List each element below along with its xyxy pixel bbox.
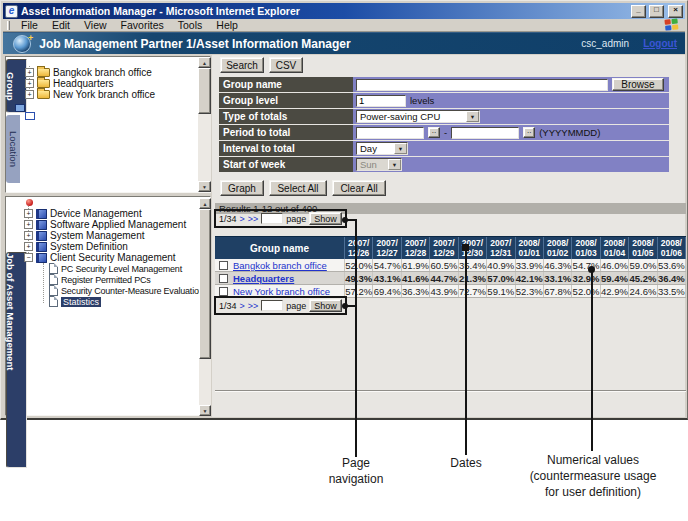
menu-grip[interactable]	[7, 21, 10, 30]
page-number-input[interactable]	[261, 213, 283, 224]
minimize-button[interactable]: _	[631, 5, 646, 18]
menu-file[interactable]: File	[14, 19, 45, 31]
period-end-input[interactable]	[451, 127, 519, 139]
group-link[interactable]: Headquarters	[233, 273, 294, 284]
expand-plus-icon[interactable]: +	[25, 79, 34, 88]
row-checkbox[interactable]	[219, 287, 228, 296]
date-picker-start-button[interactable]: ..	[428, 127, 440, 138]
scrollbar-thumb[interactable]	[199, 209, 211, 359]
flag-blue	[665, 25, 671, 31]
expand-plus-icon[interactable]: +	[24, 231, 33, 240]
tree-item-label[interactable]: New York branch office	[53, 89, 155, 100]
select-all-button[interactable]: Select All	[269, 180, 327, 196]
browse-button[interactable]: Browse	[612, 78, 664, 91]
show-button[interactable]: Show	[309, 212, 342, 225]
value-cell: 42.1%	[516, 272, 544, 284]
group-link[interactable]: New York branch office	[233, 286, 330, 297]
period-start-input[interactable]	[356, 127, 424, 139]
tree-item-label[interactable]: Security Counter-Measure Evaluation	[61, 286, 204, 296]
tree-item-client-security-management[interactable]: − Client Security Management	[24, 252, 176, 263]
tree-item-system-management[interactable]: + System Management	[24, 230, 145, 241]
tree-item-label[interactable]: Client Security Management	[50, 252, 176, 263]
tree-item-label[interactable]: Device Management	[50, 208, 142, 219]
menu-view[interactable]: View	[77, 19, 114, 31]
expand-plus-icon[interactable]: +	[24, 242, 33, 251]
group-level-input[interactable]	[356, 95, 406, 107]
value-cell: 57.0%	[487, 272, 515, 284]
tree-item-label[interactable]: Bangkok branch office	[53, 67, 152, 78]
tree-item-label[interactable]: System Definition	[50, 241, 128, 252]
row-checkbox[interactable]	[219, 274, 228, 283]
row-period-to-total: .. - .. (YYYYMMDD)	[353, 125, 669, 140]
tree-item-pc-security-level-management[interactable]: PC Security Level Management	[49, 263, 182, 274]
value-cell: 21.3%	[459, 272, 487, 284]
search-button[interactable]: Search	[220, 57, 264, 73]
period-separator: -	[444, 127, 447, 138]
tree-item-label[interactable]: Headquarters	[53, 78, 114, 89]
interval-select[interactable]: Day ▼	[356, 142, 408, 155]
close-button[interactable]: ×	[668, 5, 683, 18]
menu-edit[interactable]: Edit	[45, 19, 77, 31]
expand-plus-icon[interactable]: +	[24, 209, 33, 218]
folder-icon	[37, 68, 50, 77]
callout-line-page-navigation	[355, 219, 357, 457]
group-name-input[interactable]	[356, 79, 608, 91]
menu-favorites[interactable]: Favorites	[114, 19, 171, 31]
value-cell: 52.3%	[516, 285, 544, 297]
scroll-up-icon[interactable]: ▲	[198, 57, 211, 68]
next-page-link[interactable]: >	[240, 301, 245, 311]
title-bar[interactable]: e Asset Information Manager - Microsoft …	[3, 3, 685, 19]
chevron-down-icon: ▼	[388, 159, 401, 170]
last-page-link[interactable]: >>	[248, 301, 259, 311]
csv-button[interactable]: CSV	[269, 57, 303, 73]
tree-item-label[interactable]: System Management	[50, 230, 145, 241]
collapse-minus-icon[interactable]: −	[24, 253, 33, 262]
tree-item-software-applied-management[interactable]: + Software Applied Management	[24, 219, 186, 230]
column-header-date: 2008/ 01/06	[658, 237, 686, 259]
date-picker-end-button[interactable]: ..	[523, 127, 535, 138]
tree-item-register-permitted-pcs[interactable]: Register Permitted PCs	[49, 274, 151, 285]
scrollbar-thumb[interactable]	[198, 68, 211, 114]
row-start-of-week: Sun ▼	[353, 157, 669, 172]
tree-item-security-counter-measure-evaluation[interactable]: Security Counter-Measure Evaluation	[49, 285, 204, 296]
page-word: page	[286, 301, 306, 311]
column-header-date: 2008/ 01/03	[572, 237, 600, 259]
menu-tools[interactable]: Tools	[171, 19, 210, 31]
expand-plus-icon[interactable]: +	[25, 90, 34, 99]
logout-link[interactable]: Logout	[643, 38, 677, 49]
tree-item-label[interactable]: Software Applied Management	[50, 219, 186, 230]
value-cell: 52.0%	[572, 285, 600, 297]
tree-item-label[interactable]: Register Permitted PCs	[61, 275, 151, 285]
tree-item-label-selected[interactable]: Statistics	[61, 297, 101, 307]
flag-red	[664, 19, 670, 25]
maximize-button[interactable]: □	[649, 5, 664, 18]
next-page-link[interactable]: >	[240, 214, 245, 224]
chevron-down-icon[interactable]: ▼	[466, 111, 479, 122]
page-icon	[49, 274, 58, 285]
chevron-down-icon[interactable]: ▼	[394, 143, 407, 154]
tree-item-device-management[interactable]: + Device Management	[24, 208, 142, 219]
column-header-date: 2007/ 12/27	[373, 237, 401, 259]
tree-item-statistics[interactable]: Statistics	[49, 296, 101, 307]
page-word: page	[286, 214, 306, 224]
scroll-up-icon[interactable]: ▲	[199, 198, 211, 209]
tab-job-of-asset-management[interactable]: Job of Asset Management	[6, 252, 27, 468]
graph-button[interactable]: Graph	[220, 180, 264, 196]
row-checkbox[interactable]	[219, 261, 228, 270]
label-start-of-week: Start of week	[219, 157, 353, 172]
tab-location[interactable]: Location	[6, 115, 20, 183]
clear-all-button[interactable]: Clear All	[332, 180, 386, 196]
tree-item-label[interactable]: PC Security Level Management	[61, 264, 182, 274]
page-number-input[interactable]	[261, 300, 283, 311]
tree-item-newyork[interactable]: + New York branch office	[25, 89, 155, 100]
show-button[interactable]: Show	[309, 299, 342, 312]
expand-plus-icon[interactable]: +	[24, 220, 33, 229]
tree-item-system-definition[interactable]: + System Definition	[24, 241, 128, 252]
menu-help[interactable]: Help	[209, 19, 245, 31]
scroll-down-icon[interactable]: ▼	[199, 405, 211, 416]
scroll-down-icon[interactable]: ▼	[198, 181, 211, 192]
last-page-link[interactable]: >>	[248, 214, 259, 224]
group-link[interactable]: Bangkok branch office	[233, 260, 327, 271]
expand-plus-icon[interactable]: +	[25, 68, 34, 77]
type-of-totals-select[interactable]: Power-saving CPU ▼	[356, 110, 480, 123]
